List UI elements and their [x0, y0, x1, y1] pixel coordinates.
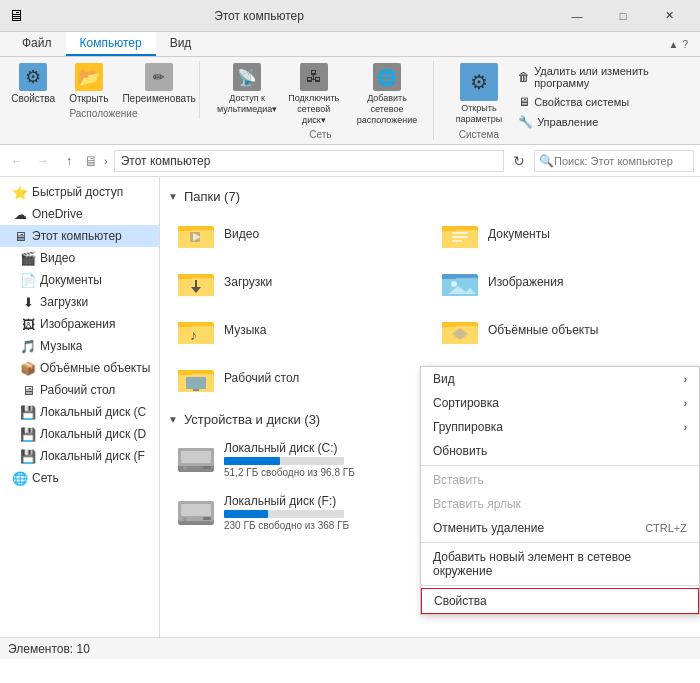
sidebar-item-desktop[interactable]: 🖥 Рабочий стол [0, 379, 159, 401]
open-settings-btn-wrapper: ⚙ Открытьпараметры Система [452, 61, 506, 140]
ctx-item-paste: Вставить [421, 468, 699, 492]
svg-point-38 [183, 466, 187, 470]
refresh-button[interactable]: ↻ [508, 150, 530, 172]
main-layout: ⭐ Быстрый доступ ☁ OneDrive 🖥 Этот компь… [0, 177, 700, 637]
sidebar-item-onedrive[interactable]: ☁ OneDrive [0, 203, 159, 225]
system-properties-button[interactable]: 🖥 Свойства системы [514, 93, 682, 111]
ctx-undo-shortcut: CTRL+Z [645, 522, 687, 534]
ctx-item-sort[interactable]: Сортировка › [421, 391, 699, 415]
forward-button[interactable]: → [32, 150, 54, 172]
disk-c-info: Локальный диск (C:) 51,2 ГБ свободно из … [224, 441, 355, 478]
svg-rect-27 [442, 322, 456, 327]
svg-rect-13 [178, 274, 192, 279]
search-input[interactable] [554, 155, 684, 167]
sidebar-item-documents[interactable]: 📄 Документы [0, 269, 159, 291]
folders-expand-icon[interactable]: ▼ [168, 191, 178, 202]
system-props-icon: 🖥 [518, 95, 530, 109]
disk-d-icon: 💾 [20, 426, 36, 442]
sidebar-item-3d-objects[interactable]: 📦 Объёмные объекты [0, 357, 159, 379]
up-button[interactable]: ↑ [58, 150, 80, 172]
open-button[interactable]: 📂 Открыть [65, 61, 112, 106]
uninstall-program-button[interactable]: 🗑 Удалить или изменить программу [514, 63, 682, 91]
folder-video-icon [176, 218, 216, 250]
ribbon-location-buttons: ⚙ Свойства 📂 Открыть ✏ Переименовать [7, 61, 200, 106]
quick-access-icon: ⭐ [12, 184, 28, 200]
sidebar-item-disk-f[interactable]: 💾 Локальный диск (F [0, 445, 159, 467]
folder-item-downloads[interactable]: Загрузки [168, 260, 428, 304]
map-network-drive-button[interactable]: 🖧 Подключитьсетевой диск▾ [284, 61, 344, 127]
sidebar-item-quick-access[interactable]: ⭐ Быстрый доступ [0, 181, 159, 203]
disks-expand-icon[interactable]: ▼ [168, 414, 178, 425]
video-icon: 🎬 [20, 250, 36, 266]
disk-f-icon: 💾 [20, 448, 36, 464]
ribbon-group-location: ⚙ Свойства 📂 Открыть ✏ Переименовать Рас… [8, 61, 200, 119]
minimize-button[interactable]: — [554, 0, 600, 32]
open-settings-button[interactable]: ⚙ Открытьпараметры [452, 61, 506, 127]
folder-documents-icon [440, 218, 480, 250]
onedrive-icon: ☁ [12, 206, 28, 222]
ribbon-group-location-label: Расположение [69, 108, 137, 119]
ribbon: Файл Компьютер Вид ▲ ? ⚙ Свойства 📂 Откр… [0, 32, 700, 145]
ctx-item-view[interactable]: Вид › [421, 367, 699, 391]
disk-c-icon-lg [176, 444, 216, 476]
sidebar-item-images[interactable]: 🖼 Изображения [0, 313, 159, 335]
sidebar-item-disk-c[interactable]: 💾 Локальный диск (C [0, 401, 159, 423]
tab-file[interactable]: Файл [8, 32, 66, 56]
tab-computer[interactable]: Компьютер [66, 32, 156, 56]
ctx-item-properties[interactable]: Свойства [421, 588, 699, 614]
folder-item-images[interactable]: Изображения [432, 260, 692, 304]
help-btn[interactable]: ? [682, 39, 688, 50]
window-controls: — □ ✕ [554, 0, 692, 32]
sidebar-item-disk-d[interactable]: 💾 Локальный диск (D [0, 423, 159, 445]
sidebar-item-downloads[interactable]: ⬇ Загрузки [0, 291, 159, 313]
ctx-group-arrow: › [684, 422, 687, 433]
back-button[interactable]: ← [6, 150, 28, 172]
sidebar-item-video[interactable]: 🎬 Видео [0, 247, 159, 269]
ribbon-group-system-label: Система [459, 129, 499, 140]
address-path[interactable]: Этот компьютер [114, 150, 504, 172]
management-button[interactable]: 🔧 Управление [514, 113, 682, 131]
folder-music-icon: ♪ [176, 314, 216, 346]
rename-icon: ✏ [145, 63, 173, 91]
folder-item-3d[interactable]: Объёмные объекты [432, 308, 692, 352]
maximize-button[interactable]: □ [600, 0, 646, 32]
settings-icon: ⚙ [460, 63, 498, 101]
svg-rect-37 [203, 466, 211, 469]
sidebar-item-network[interactable]: 🌐 Сеть [0, 467, 159, 489]
ctx-item-refresh[interactable]: Обновить [421, 439, 699, 463]
ctx-divider-3 [421, 585, 699, 586]
title-bar: 🖥 Этот компьютер — □ ✕ [0, 0, 700, 32]
ctx-item-undo-delete[interactable]: Отменить удаление CTRL+Z [421, 516, 699, 540]
ribbon-tabs: Файл Компьютер Вид ▲ ? [0, 32, 700, 57]
svg-rect-32 [186, 377, 206, 389]
folder-item-desktop[interactable]: Рабочий стол [168, 356, 428, 400]
properties-button[interactable]: ⚙ Свойства [7, 61, 59, 106]
3d-objects-icon: 📦 [20, 360, 36, 376]
ribbon-collapse-btn[interactable]: ▲ [669, 39, 679, 50]
close-button[interactable]: ✕ [646, 0, 692, 32]
network-icon: 🌐 [12, 470, 28, 486]
folder-item-documents[interactable]: Документы [432, 212, 692, 256]
ctx-item-group[interactable]: Группировка › [421, 415, 699, 439]
content-area: ▼ Папки (7) Видео [160, 177, 700, 637]
ribbon-group-network-label: Сеть [309, 129, 331, 140]
folder-item-video[interactable]: Видео [168, 212, 428, 256]
rename-button[interactable]: ✏ Переименовать [118, 61, 199, 106]
disk-item-c[interactable]: Локальный диск (C:) 51,2 ГБ свободно из … [168, 435, 428, 484]
uninstall-icon: 🗑 [518, 70, 530, 84]
tab-view[interactable]: Вид [156, 32, 206, 56]
network-location-icon: 🌐 [373, 63, 401, 91]
network-drive-icon: 🖧 [300, 63, 328, 91]
disk-item-f[interactable]: Локальный диск (F:) 230 ГБ свободно из 3… [168, 488, 428, 537]
disk-f-info: Локальный диск (F:) 230 ГБ свободно из 3… [224, 494, 349, 531]
disk-c-icon: 💾 [20, 404, 36, 420]
multimedia-access-button[interactable]: 📡 Доступ кмультимедиа▾ [217, 61, 278, 117]
add-network-location-button[interactable]: 🌐 Добавить сетевоерасположение [350, 61, 424, 127]
folder-desktop-icon [176, 362, 216, 394]
sidebar-item-music[interactable]: 🎵 Музыка [0, 335, 159, 357]
folder-item-music[interactable]: ♪ Музыка [168, 308, 428, 352]
ctx-item-add-network[interactable]: Добавить новый элемент в сетевое окружен… [421, 545, 699, 583]
search-box: 🔍 [534, 150, 694, 172]
sidebar-item-this-pc[interactable]: 🖥 Этот компьютер [0, 225, 159, 247]
images-icon: 🖼 [20, 316, 36, 332]
